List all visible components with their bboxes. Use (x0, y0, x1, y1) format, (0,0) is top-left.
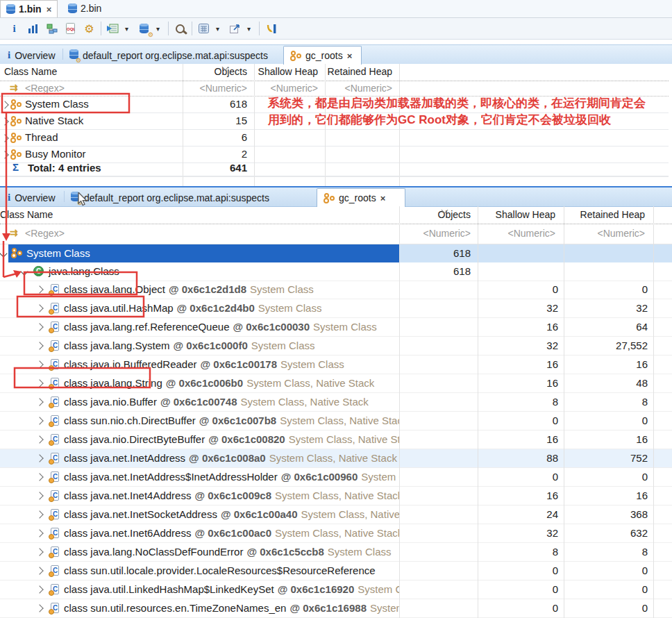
chevron-right-icon[interactable] (1, 117, 8, 125)
numeric-filter-input[interactable]: <Numeric> (564, 228, 645, 239)
column-header-shallow-heap[interactable]: Shallow Heap (478, 209, 555, 220)
chevron-right-icon[interactable] (35, 435, 43, 443)
chevron-right-icon[interactable] (35, 342, 43, 349)
tree-row-class[interactable]: class java.lang.NoClassDefFoundError@ 0x… (0, 543, 672, 562)
column-header-objects[interactable]: Objects (399, 209, 471, 220)
annotation-text-line1: 系统类，都是由启动类加载器加载的类，即核心的类，在运行期间肯定会 (268, 95, 646, 111)
class-address: @ 0x6c1c00ac0 (194, 527, 271, 539)
retained-heap-value: 64 (564, 321, 648, 333)
regex-filter-input[interactable]: <Regex> (25, 83, 65, 94)
tree-row-class[interactable]: class java.net.InetAddress$InetAddressHo… (0, 468, 672, 487)
tree-row-class[interactable]: class java.net.Inet4Address@ 0x6c1c009c8… (0, 487, 672, 506)
chevron-right-icon[interactable] (35, 398, 43, 406)
tree-row-class[interactable]: class java.lang.Object@ 0x6c1c2d1d8Syste… (0, 281, 672, 299)
column-header-class-name[interactable]: Class Name (4, 66, 57, 77)
oql-icon[interactable]: OQL (64, 22, 77, 35)
chevron-right-icon[interactable] (35, 567, 43, 574)
editor-tab-1bin[interactable]: 1.bin × (0, 0, 58, 17)
tree-row-class[interactable]: class java.nio.Buffer@ 0x6c1c00748System… (0, 393, 672, 412)
histogram-icon[interactable] (26, 22, 40, 35)
chevron-right-icon[interactable] (1, 134, 8, 142)
chevron-right-icon[interactable] (35, 454, 43, 462)
tab-gc-roots[interactable]: gc_roots × (317, 188, 405, 207)
chevron-down-icon[interactable] (20, 267, 28, 275)
chevron-down-icon[interactable]: ▾ (125, 25, 132, 33)
calculator-icon[interactable] (197, 22, 210, 35)
numeric-filter-input[interactable]: <Numeric> (325, 83, 392, 94)
tree-row-class[interactable]: class java.lang.System@ 0x6c1c000f0Syste… (0, 337, 672, 356)
chevron-right-icon[interactable] (35, 585, 43, 593)
chevron-right-icon[interactable] (1, 101, 8, 108)
column-header-retained-heap[interactable]: Retained Heap (564, 209, 645, 220)
tab-default-report[interactable]: ⚙ default_report org.eclipse.mat.api:sus… (63, 46, 283, 65)
numeric-filter-input[interactable]: <Numeric> (399, 228, 471, 239)
info-icon[interactable]: i (8, 22, 21, 35)
chevron-right-icon[interactable] (35, 510, 43, 518)
class-address: @ 0x6c1c2d1d8 (169, 283, 246, 295)
chevron-right-icon[interactable] (35, 323, 43, 331)
tab-gc-roots[interactable]: gc_roots × (283, 46, 362, 65)
expert-menu-icon[interactable] (106, 22, 119, 35)
chevron-right-icon[interactable] (1, 151, 8, 158)
tab-overview[interactable]: i Overview (1, 188, 62, 207)
numeric-filter-input[interactable]: <Numeric> (478, 228, 555, 239)
total-row[interactable]: Σ Total: 4 entries 641 (0, 160, 669, 177)
chevron-right-icon[interactable] (35, 492, 43, 499)
tree-row-class[interactable]: class java.lang.String@ 0x6c1c006b0Syste… (0, 374, 672, 393)
gc-root-type: System Class, Native Stack (289, 433, 399, 445)
tree-row-class[interactable]: class java.util.HashMap@ 0x6c1c2d4b0Syst… (0, 299, 672, 318)
chevron-down-icon[interactable]: ▾ (156, 25, 163, 33)
tree-row-class[interactable]: class java.util.LinkedHashMap$LinkedKeyS… (0, 581, 672, 599)
tree-row-system-class[interactable]: System Class 618 (0, 244, 672, 262)
chevron-down-icon[interactable] (0, 249, 8, 257)
table-row[interactable]: Thread6 (0, 130, 669, 147)
tab-overview[interactable]: i Overview (1, 46, 62, 65)
numeric-filter-input[interactable]: <Numeric> (183, 83, 247, 94)
tree-row-class[interactable]: class java.net.InetSocketAddress@ 0x6c1c… (0, 506, 672, 524)
editor-tab-2bin[interactable]: 2.bin (62, 0, 107, 17)
tree-row-java-lang-class[interactable]: C java.lang.Class 618 (0, 262, 672, 281)
tree-row-class[interactable]: class java.lang.ref.ReferenceQueue@ 0x6c… (0, 318, 672, 337)
chevron-right-icon[interactable] (35, 548, 43, 556)
retained-heap-value: 16 (564, 433, 648, 445)
tree-row-class[interactable]: class sun.nio.ch.DirectBuffer@ 0x6c1c007… (0, 412, 672, 431)
close-icon[interactable]: × (47, 4, 52, 15)
dominator-tree-icon[interactable] (45, 22, 58, 35)
tab-default-report[interactable]: ⚙ default_report org.eclipse.mat.api:sus… (65, 188, 316, 207)
chevron-right-icon[interactable] (35, 285, 43, 293)
tree-row-class[interactable]: class sun.util.resources.en.TimeZoneName… (0, 599, 672, 618)
chevron-right-icon[interactable] (35, 473, 43, 481)
customize-gear-icon[interactable]: ⚙ (83, 22, 96, 35)
column-header-retained-heap[interactable]: Retained Heap (325, 66, 392, 77)
export-icon[interactable] (228, 22, 242, 35)
gc-root-type: System Class (280, 358, 344, 370)
chevron-down-icon[interactable]: ▾ (247, 25, 254, 33)
compare-icon[interactable] (264, 22, 278, 35)
tab-label: default_report org.eclipse.mat.api:suspe… (84, 192, 269, 203)
chevron-right-icon[interactable] (35, 417, 43, 424)
chevron-right-icon[interactable] (35, 379, 43, 387)
column-header-shallow-heap[interactable]: Shallow Heap (254, 66, 318, 77)
regex-filter-input[interactable]: <Regex> (25, 228, 65, 239)
tree-row-class[interactable]: class java.nio.DirectByteBuffer@ 0x6c1c0… (0, 431, 672, 449)
chevron-right-icon[interactable] (35, 529, 43, 537)
close-icon[interactable]: × (380, 193, 386, 203)
chevron-right-icon[interactable] (35, 604, 43, 612)
column-header-objects[interactable]: Objects (183, 66, 247, 77)
numeric-filter-input[interactable]: <Numeric> (254, 83, 318, 94)
column-header-class-name[interactable]: Class Name (0, 209, 53, 220)
tree-row-class[interactable]: class java.net.Inet6Address@ 0x6c1c00ac0… (0, 524, 672, 543)
tree-row-class[interactable]: class java.io.BufferedReader@ 0x6c1c0017… (0, 356, 672, 374)
close-icon[interactable]: × (347, 51, 353, 61)
tree-row-class[interactable]: class sun.util.locale.provider.LocaleRes… (0, 562, 672, 581)
gc-roots-icon (290, 51, 301, 61)
editor-tab-strip: 1.bin × 2.bin (0, 0, 672, 18)
chevron-down-icon[interactable]: ▾ (216, 25, 223, 33)
heap-dump-actions-icon[interactable]: ⚙ (137, 22, 151, 35)
tree-row-class[interactable]: class java.net.InetAddress@ 0x6c1c008a0S… (0, 449, 672, 468)
shallow-heap-value: 8 (478, 546, 558, 558)
chevron-right-icon[interactable] (35, 304, 43, 312)
retained-heap-value: 32 (564, 302, 648, 314)
chevron-right-icon[interactable] (35, 360, 43, 368)
search-icon[interactable] (174, 22, 187, 35)
